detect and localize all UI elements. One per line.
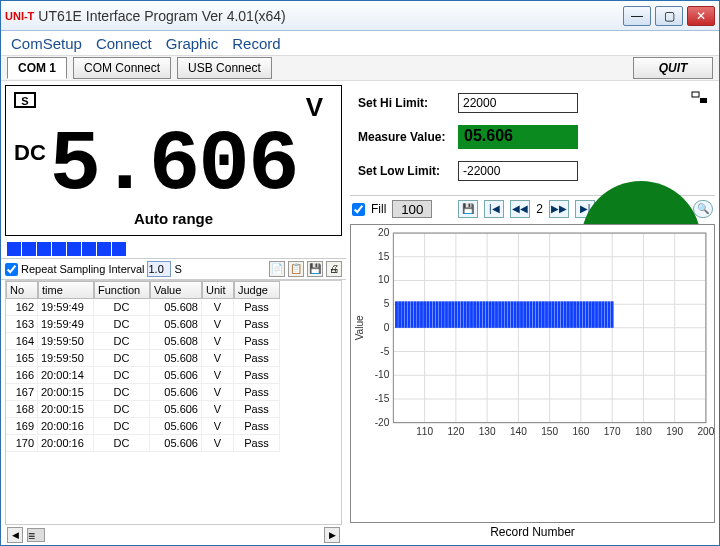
h-scrollbar[interactable]: ◀ ≡ ▶ — [1, 525, 346, 545]
svg-rect-76 — [504, 301, 507, 328]
svg-rect-44 — [404, 301, 407, 328]
repeat-checkbox[interactable] — [5, 263, 18, 276]
hdr-judge[interactable]: Judge — [234, 281, 280, 299]
hdr-unit[interactable]: Unit — [202, 281, 234, 299]
svg-rect-101 — [583, 301, 586, 328]
svg-rect-50 — [423, 301, 426, 328]
svg-rect-86 — [536, 301, 539, 328]
menu-record[interactable]: Record — [232, 35, 280, 52]
svg-rect-110 — [611, 301, 614, 328]
chart[interactable]: -20-15-10-505101520110120130140150160170… — [350, 224, 715, 523]
svg-rect-55 — [439, 301, 442, 328]
tab-com1[interactable]: COM 1 — [7, 57, 67, 79]
limits-panel: Set Hi Limit: Measure Value: 05.606 Set … — [350, 85, 715, 196]
svg-rect-105 — [595, 301, 598, 328]
copy-icon[interactable]: 📋 — [288, 261, 304, 277]
first-page-icon[interactable]: |◀ — [484, 200, 504, 218]
svg-rect-43 — [401, 301, 404, 328]
hdr-function[interactable]: Function — [94, 281, 150, 299]
svg-rect-0 — [692, 92, 699, 97]
svg-rect-60 — [454, 301, 457, 328]
svg-text:180: 180 — [635, 426, 652, 437]
svg-text:160: 160 — [572, 426, 589, 437]
svg-rect-94 — [561, 301, 564, 328]
print-icon[interactable]: 🖨 — [326, 261, 342, 277]
table-row[interactable]: 16219:59:49DC05.608VPass — [6, 299, 341, 316]
svg-text:15: 15 — [378, 251, 390, 262]
zoom-icon[interactable]: 🔍 — [693, 200, 713, 218]
hi-limit-input[interactable] — [458, 93, 578, 113]
scroll-right-icon[interactable]: ▶ — [324, 527, 340, 543]
fill-value-input[interactable] — [392, 200, 432, 218]
svg-rect-104 — [592, 301, 595, 328]
unit-label: V — [306, 92, 323, 123]
svg-rect-48 — [417, 301, 420, 328]
table-row[interactable]: 16920:00:16DC05.606VPass — [6, 418, 341, 435]
bargraph — [1, 240, 346, 258]
svg-rect-95 — [564, 301, 567, 328]
svg-rect-80 — [517, 301, 520, 328]
svg-text:Value: Value — [354, 315, 365, 340]
svg-rect-57 — [445, 301, 448, 328]
table-row[interactable]: 16820:00:15DC05.606VPass — [6, 401, 341, 418]
table-row[interactable]: 16519:59:50DC05.608VPass — [6, 350, 341, 367]
svg-text:-15: -15 — [375, 393, 390, 404]
new-icon[interactable]: 📄 — [269, 261, 285, 277]
svg-text:200: 200 — [698, 426, 714, 437]
table-row[interactable]: 17020:00:16DC05.606VPass — [6, 435, 341, 452]
prev-page-icon[interactable]: ◀◀ — [510, 200, 530, 218]
table-row[interactable]: 16419:59:50DC05.608VPass — [6, 333, 341, 350]
svg-rect-47 — [414, 301, 417, 328]
usb-connect-button[interactable]: USB Connect — [177, 57, 272, 79]
svg-rect-53 — [433, 301, 436, 328]
svg-rect-70 — [486, 301, 489, 328]
svg-text:20: 20 — [378, 227, 390, 238]
svg-rect-42 — [398, 301, 401, 328]
svg-rect-75 — [501, 301, 504, 328]
svg-rect-88 — [542, 301, 545, 328]
maximize-button[interactable]: ▢ — [655, 6, 683, 26]
data-table: No time Function Value Unit Judge 16219:… — [5, 280, 342, 525]
svg-rect-61 — [458, 301, 461, 328]
table-row[interactable]: 16620:00:14DC05.606VPass — [6, 367, 341, 384]
lo-limit-input[interactable] — [458, 161, 578, 181]
menu-comsetup[interactable]: ComSetup — [11, 35, 82, 52]
svg-rect-92 — [554, 301, 557, 328]
svg-rect-103 — [589, 301, 592, 328]
table-row[interactable]: 16720:00:15DC05.606VPass — [6, 384, 341, 401]
fill-checkbox[interactable] — [352, 203, 365, 216]
svg-rect-83 — [526, 301, 529, 328]
save-chart-icon[interactable]: 💾 — [458, 200, 478, 218]
svg-rect-108 — [604, 301, 607, 328]
minimize-button[interactable]: — — [623, 6, 651, 26]
menu-connect[interactable]: Connect — [96, 35, 152, 52]
panel-icon — [691, 91, 709, 105]
svg-rect-87 — [539, 301, 542, 328]
svg-rect-99 — [576, 301, 579, 328]
hdr-no[interactable]: No — [6, 281, 38, 299]
next-page-icon[interactable]: ▶▶ — [549, 200, 569, 218]
svg-rect-68 — [479, 301, 482, 328]
svg-rect-84 — [529, 301, 532, 328]
svg-text:120: 120 — [447, 426, 464, 437]
fill-label: Fill — [371, 202, 386, 216]
scroll-left-icon[interactable]: ◀ — [7, 527, 23, 543]
svg-rect-66 — [473, 301, 476, 328]
hdr-value[interactable]: Value — [150, 281, 202, 299]
scroll-thumb[interactable]: ≡ — [27, 528, 45, 542]
menu-graphic[interactable]: Graphic — [166, 35, 219, 52]
titlebar: UNI-T UT61E Interface Program Ver 4.01(x… — [1, 1, 719, 31]
sampling-interval-input[interactable] — [147, 261, 171, 277]
svg-text:0: 0 — [384, 322, 390, 333]
svg-rect-51 — [426, 301, 429, 328]
svg-rect-77 — [508, 301, 511, 328]
mode-label: DC — [14, 140, 46, 166]
hdr-time[interactable]: time — [38, 281, 94, 299]
svg-rect-49 — [420, 301, 423, 328]
svg-rect-46 — [411, 301, 414, 328]
close-button[interactable]: ✕ — [687, 6, 715, 26]
com-connect-button[interactable]: COM Connect — [73, 57, 171, 79]
quit-button[interactable]: QUIT — [633, 57, 713, 79]
table-row[interactable]: 16319:59:49DC05.608VPass — [6, 316, 341, 333]
save-icon[interactable]: 💾 — [307, 261, 323, 277]
